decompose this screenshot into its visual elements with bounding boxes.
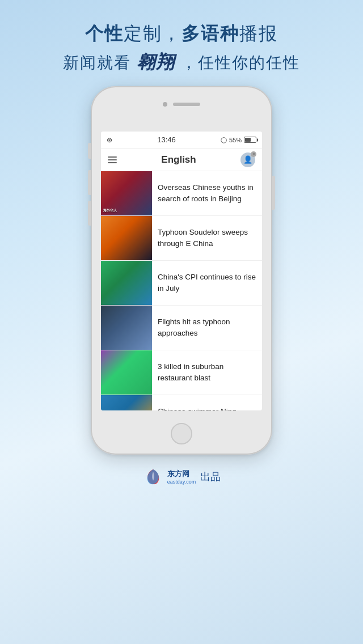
status-left: ⊛	[107, 136, 112, 144]
status-bar: ⊛ 13:46 ◯ 55%	[101, 132, 262, 149]
phone-screen: ⊛ 13:46 ◯ 55% English 👤	[101, 132, 262, 410]
logo-sub: eastday.com	[167, 479, 196, 485]
news-title: Flights hit as typhoon approaches	[158, 316, 256, 338]
news-content: 3 killed in suburban restaurant blast	[152, 350, 262, 395]
news-thumbnail	[101, 350, 152, 395]
news-title: China's CPI continues to rise in July	[158, 272, 256, 294]
news-title: Overseas Chinese youths in search of roo…	[158, 182, 256, 204]
news-item[interactable]: 海外华人 Overseas Chinese youths in search o…	[101, 171, 262, 216]
location-icon: ◯	[221, 137, 227, 143]
volume-down-button	[88, 201, 91, 226]
mute-button	[88, 143, 91, 159]
power-button	[272, 176, 275, 210]
volume-up-button	[88, 170, 91, 195]
profile-badge	[251, 151, 256, 157]
camera-dot	[163, 102, 167, 107]
wifi-icon: ⊛	[107, 136, 112, 144]
eastday-logo: 东方网 eastday.com	[142, 466, 196, 488]
news-content: China's CPI continues to rise in July	[152, 261, 262, 305]
tagline-line2: 新闻就看 翱翔 ，任性你的任性	[0, 50, 363, 75]
eastday-logo-icon	[142, 466, 164, 488]
news-title: Chinese swimmer Ning takes historic win …	[158, 406, 256, 410]
news-item[interactable]: 3 killed in suburban restaurant blast	[101, 350, 262, 395]
news-content: Chinese swimmer Ning takes historic win …	[152, 395, 262, 410]
app-header: English 👤	[101, 149, 262, 171]
tagline-bold2: 多语种	[182, 23, 239, 44]
footer: 东方网 eastday.com 出品	[0, 455, 363, 497]
news-item[interactable]: China's CPI continues to rise in July	[101, 261, 262, 306]
phone-top-decorations	[163, 102, 200, 107]
home-button[interactable]	[171, 423, 192, 444]
settings-gear-icon	[252, 152, 256, 156]
news-item[interactable]: Typhoon Soudelor sweeps through E China	[101, 216, 262, 261]
news-item[interactable]: Chinese swimmer Ning takes historic win …	[101, 395, 262, 410]
battery-percent: 55%	[229, 137, 242, 143]
news-item[interactable]: Flights hit as typhoon approaches	[101, 306, 262, 350]
logo-text: 东方网 eastday.com	[167, 469, 196, 485]
battery-fill	[245, 138, 251, 142]
app-title: English	[161, 154, 196, 166]
logo-name: 东方网	[167, 469, 196, 479]
news-content: Overseas Chinese youths in search of roo…	[152, 171, 262, 215]
top-tagline: 个性定制，多语种播报 新闻就看 翱翔 ，任性你的任性	[0, 0, 363, 80]
menu-button[interactable]	[108, 156, 117, 163]
battery-icon	[244, 137, 256, 143]
speaker-bar	[173, 103, 200, 106]
news-thumbnail	[101, 261, 152, 305]
status-right: ◯ 55%	[221, 137, 256, 143]
news-title: 3 killed in suburban restaurant blast	[158, 361, 256, 383]
news-thumbnail	[101, 395, 152, 410]
news-content: Flights hit as typhoon approaches	[152, 306, 262, 350]
news-list: 海外华人 Overseas Chinese youths in search o…	[101, 171, 262, 410]
brand-name: 翱翔	[137, 52, 175, 72]
phone-mockup: ⊛ 13:46 ◯ 55% English 👤	[91, 86, 272, 455]
status-time: 13:46	[157, 135, 176, 144]
produced-by-label: 出品	[200, 470, 221, 484]
news-thumbnail: 海外华人	[101, 171, 152, 215]
user-icon: 👤	[243, 155, 252, 164]
tagline-bold1: 个性	[85, 23, 124, 44]
tagline-line1: 个性定制，多语种播报	[0, 22, 363, 46]
news-thumbnail	[101, 306, 152, 350]
profile-button[interactable]: 👤	[240, 152, 255, 167]
news-content: Typhoon Soudelor sweeps through E China	[152, 216, 262, 260]
news-title: Typhoon Soudelor sweeps through E China	[158, 227, 256, 249]
news-thumbnail	[101, 216, 152, 260]
svg-point-0	[252, 153, 255, 155]
